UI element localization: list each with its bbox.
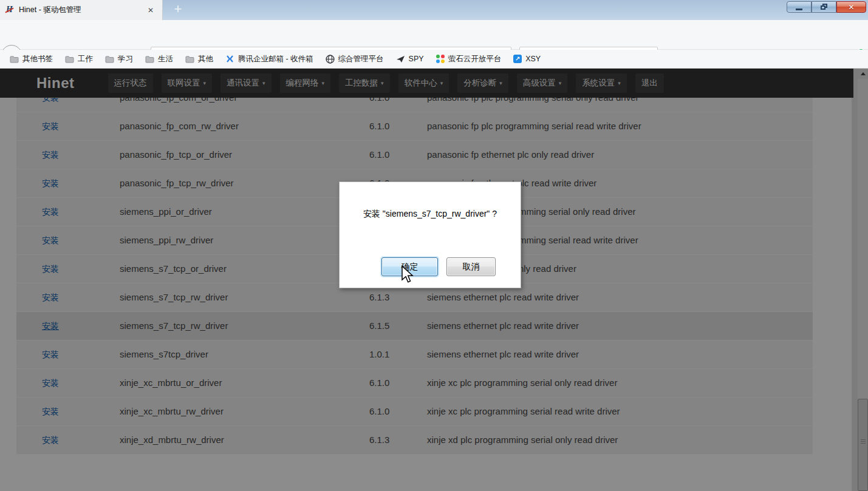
mouse-cursor bbox=[401, 265, 414, 283]
hinet-favicon-icon: H bbox=[5, 5, 15, 15]
browser-toolbar: 192.168.9.99/cgi-bin/luci/;stok=489fe39e… bbox=[0, 20, 868, 50]
bookmark-label: 学习 bbox=[118, 54, 133, 64]
bookmark-item[interactable]: ↗XSY bbox=[510, 53, 544, 65]
bookmark-label: 生活 bbox=[158, 54, 173, 64]
window-controls: ✕ bbox=[787, 1, 866, 13]
minimize-button[interactable] bbox=[787, 1, 812, 13]
folder-icon bbox=[10, 55, 19, 63]
bookmark-item[interactable]: 腾讯企业邮箱 - 收件箱 bbox=[222, 52, 316, 66]
bookmark-item[interactable]: 其他 bbox=[182, 52, 216, 66]
bookmark-label: 腾讯企业邮箱 - 收件箱 bbox=[238, 54, 313, 64]
tencent-mail-icon bbox=[225, 55, 234, 63]
bookmarks-bar: 其他书签工作学习生活其他腾讯企业邮箱 - 收件箱综合管理平台SPY萤石云开放平台… bbox=[0, 50, 868, 69]
tab-close-icon[interactable]: ✕ bbox=[144, 5, 157, 16]
bookmark-item[interactable]: 生活 bbox=[142, 52, 176, 66]
window-titlebar: H Hinet - 驱动包管理 ✕ + ✕ bbox=[0, 0, 868, 20]
bookmark-label: SPY bbox=[409, 55, 424, 63]
bookmark-item[interactable]: 萤石云开放平台 bbox=[433, 52, 505, 66]
bookmark-item[interactable]: 综合管理平台 bbox=[323, 52, 387, 66]
folder-icon bbox=[105, 55, 114, 63]
window-close-button[interactable]: ✕ bbox=[836, 1, 866, 13]
bookmark-label: XSY bbox=[525, 55, 541, 63]
bookmark-label: 工作 bbox=[78, 54, 93, 64]
tab-title: Hinet - 驱动包管理 bbox=[19, 5, 144, 15]
dialog-message: 安装 "siemens_s7_tcp_rw_driver" ? bbox=[340, 209, 521, 220]
bookmark-label: 其他书签 bbox=[22, 54, 53, 64]
bookmark-item[interactable]: 工作 bbox=[62, 52, 96, 66]
folder-icon bbox=[185, 55, 194, 63]
folder-icon bbox=[65, 55, 74, 63]
confirm-dialog: 安装 "siemens_s7_tcp_rw_driver" ? 确定 取消 bbox=[339, 181, 521, 288]
bookmark-item[interactable]: SPY bbox=[393, 53, 427, 65]
globe-icon bbox=[326, 55, 335, 64]
color-dots-icon bbox=[436, 55, 445, 63]
browser-tab[interactable]: H Hinet - 驱动包管理 ✕ bbox=[0, 0, 163, 20]
cancel-button[interactable]: 取消 bbox=[446, 257, 496, 276]
bookmark-item[interactable]: 其他书签 bbox=[7, 52, 56, 66]
bookmark-label: 萤石云开放平台 bbox=[448, 54, 502, 64]
folder-icon bbox=[145, 55, 154, 63]
paper-plane-icon bbox=[396, 55, 405, 63]
arrow-app-icon: ↗ bbox=[513, 55, 522, 63]
bookmark-item[interactable]: 学习 bbox=[102, 52, 136, 66]
restore-button[interactable] bbox=[812, 1, 836, 13]
new-tab-button[interactable]: + bbox=[168, 0, 188, 20]
bookmark-label: 其他 bbox=[198, 54, 213, 64]
bookmark-label: 综合管理平台 bbox=[338, 54, 384, 64]
